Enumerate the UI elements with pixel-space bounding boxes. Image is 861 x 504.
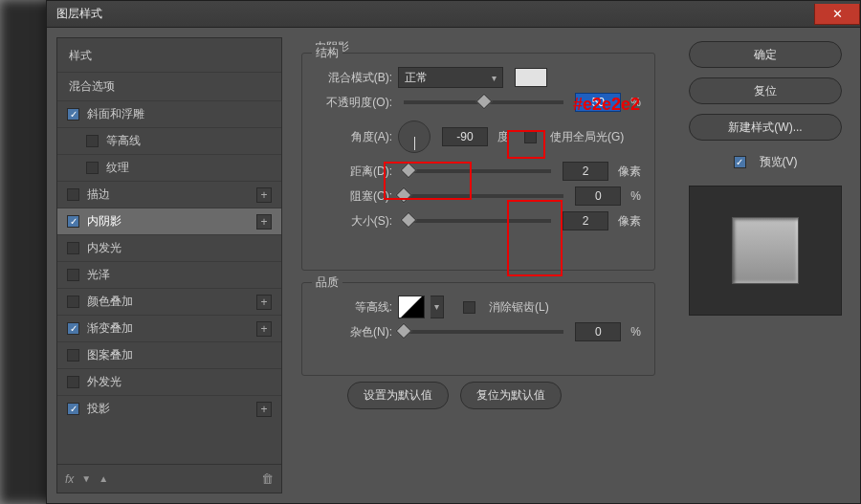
preview-label: 预览(V): [760, 154, 798, 170]
opacity-slider[interactable]: [404, 100, 563, 104]
preview-box: [689, 186, 842, 316]
sidebar-item-pattern-overlay[interactable]: 图案叠加: [57, 341, 281, 368]
size-unit: 像素: [618, 213, 641, 230]
checkbox-icon[interactable]: [67, 188, 79, 201]
distance-slider[interactable]: [404, 169, 551, 173]
angle-label: 角度(A):: [316, 129, 392, 145]
angle-unit: 度: [497, 129, 509, 145]
structure-legend: 结构: [312, 45, 342, 61]
structure-fieldset: 结构 混合模式(B): 正常 不透明度(O): 50 % 角度(A):: [301, 53, 655, 271]
titlebar[interactable]: 图层样式 ✕: [47, 1, 860, 28]
ok-button[interactable]: 确定: [689, 41, 842, 68]
angle-dial[interactable]: [398, 121, 430, 153]
add-icon[interactable]: +: [256, 321, 272, 337]
add-icon[interactable]: +: [256, 402, 272, 417]
sidebar-item-label: 投影: [87, 401, 110, 417]
antialias-checkbox[interactable]: [463, 301, 475, 314]
fx-menu-icon[interactable]: fx: [65, 472, 74, 486]
sidebar-item-label: 等高线: [106, 133, 141, 149]
choke-unit: %: [630, 189, 641, 203]
size-label: 大小(S):: [316, 213, 392, 230]
set-default-button[interactable]: 设置为默认值: [347, 382, 449, 409]
sidebar-item-label: 颜色叠加: [87, 294, 133, 310]
cancel-button[interactable]: 复位: [689, 77, 842, 104]
quality-fieldset: 品质 等高线: ▾ 消除锯齿(L) 杂色(N): 0 %: [301, 282, 655, 376]
new-style-button[interactable]: 新建样式(W)...: [689, 114, 842, 141]
color-swatch[interactable]: [515, 68, 547, 87]
noise-label: 杂色(N):: [316, 324, 392, 340]
sidebar-item-texture[interactable]: 纹理: [57, 154, 281, 181]
annotation-text: #e2e2e2: [573, 95, 640, 115]
sidebar-footer: fx ▼ ▲ 🗑: [57, 464, 281, 493]
sidebar-item-bevel[interactable]: 斜面和浮雕: [57, 100, 281, 127]
sidebar-item-satin[interactable]: 光泽: [57, 261, 281, 288]
size-slider[interactable]: [404, 219, 551, 223]
sidebar-item-label: 斜面和浮雕: [87, 106, 144, 122]
sidebar-item-drop-shadow[interactable]: 投影 +: [57, 395, 281, 422]
checkbox-icon[interactable]: [67, 108, 79, 121]
sidebar-item-label: 渐变叠加: [87, 320, 133, 337]
sidebar-item-label: 内发光: [87, 240, 121, 256]
blend-options-header[interactable]: 混合选项: [57, 72, 281, 100]
checkbox-icon[interactable]: [67, 403, 79, 415]
checkbox-icon[interactable]: [86, 135, 99, 147]
dialog-actions: 确定 复位 新建样式(W)... 预览(V): [680, 37, 850, 493]
choke-input[interactable]: 0: [575, 186, 621, 206]
sidebar-item-label: 描边: [87, 186, 110, 203]
blend-mode-label: 混合模式(B):: [316, 70, 392, 86]
checkbox-icon[interactable]: [67, 242, 79, 254]
close-button[interactable]: ✕: [814, 4, 860, 25]
add-icon[interactable]: +: [256, 214, 272, 230]
add-icon[interactable]: +: [256, 295, 272, 310]
checkbox-icon[interactable]: [86, 162, 99, 174]
styles-sidebar: 样式 混合选项 斜面和浮雕 等高线 纹理 描边 + 内阴影: [56, 37, 282, 493]
sidebar-item-label: 纹理: [106, 160, 129, 176]
choke-slider[interactable]: [404, 194, 563, 198]
antialias-label: 消除锯齿(L): [489, 299, 549, 316]
blend-mode-select[interactable]: 正常: [398, 67, 503, 88]
contour-picker[interactable]: [398, 296, 425, 318]
checkbox-icon[interactable]: [67, 376, 79, 388]
sidebar-item-label: 光泽: [87, 267, 110, 283]
sidebar-item-inner-glow[interactable]: 内发光: [57, 234, 281, 261]
distance-unit: 像素: [618, 164, 641, 180]
noise-input[interactable]: 0: [575, 322, 621, 341]
contour-label: 等高线:: [316, 299, 392, 316]
close-icon: ✕: [832, 7, 843, 21]
reset-default-button[interactable]: 复位为默认值: [460, 382, 562, 409]
sidebar-item-color-overlay[interactable]: 颜色叠加 +: [57, 288, 281, 315]
size-input[interactable]: 2: [563, 211, 608, 230]
checkbox-icon[interactable]: [67, 322, 79, 335]
move-up-icon[interactable]: ▲: [99, 473, 108, 484]
window-title: 图层样式: [56, 6, 102, 22]
contour-dropdown-icon[interactable]: ▾: [430, 296, 444, 318]
checkbox-icon[interactable]: [67, 349, 79, 362]
sidebar-item-outer-glow[interactable]: 外发光: [57, 368, 281, 395]
trash-icon[interactable]: 🗑: [261, 471, 274, 486]
opacity-label: 不透明度(O):: [316, 95, 392, 111]
global-light-checkbox[interactable]: [524, 131, 537, 143]
checkbox-icon[interactable]: [67, 269, 79, 281]
sidebar-item-contour[interactable]: 等高线: [57, 127, 281, 154]
sidebar-item-stroke[interactable]: 描边 +: [57, 181, 281, 208]
add-icon[interactable]: +: [256, 187, 272, 203]
move-down-icon[interactable]: ▼: [81, 473, 91, 484]
quality-legend: 品质: [312, 274, 342, 291]
settings-panel: 内阴影 结构 混合模式(B): 正常 不透明度(O): 50 %: [292, 37, 671, 493]
sidebar-header: 样式: [57, 38, 281, 72]
sidebar-item-gradient-overlay[interactable]: 渐变叠加 +: [57, 315, 281, 341]
checkbox-icon[interactable]: [67, 215, 79, 228]
blend-mode-value: 正常: [405, 70, 428, 86]
sidebar-item-inner-shadow[interactable]: 内阴影 +: [57, 208, 281, 234]
checkbox-icon[interactable]: [67, 296, 79, 308]
angle-input[interactable]: -90: [442, 127, 488, 146]
preview-checkbox[interactable]: [734, 156, 746, 168]
sidebar-item-label: 外发光: [87, 374, 121, 390]
sidebar-item-label: 内阴影: [87, 213, 121, 230]
noise-slider[interactable]: [404, 330, 563, 334]
sidebar-item-label: 图案叠加: [87, 347, 133, 363]
distance-label: 距离(D):: [316, 164, 392, 180]
distance-input[interactable]: 2: [563, 162, 608, 181]
global-light-label: 使用全局光(G): [550, 129, 624, 145]
noise-unit: %: [630, 325, 641, 339]
